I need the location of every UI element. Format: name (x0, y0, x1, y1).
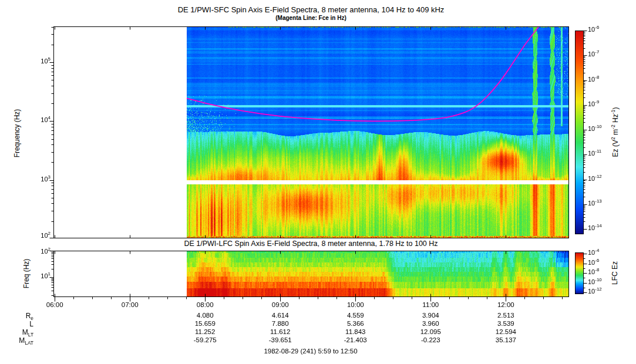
ephemeris-value: 3.904 (404, 312, 457, 319)
ephemeris-row-label: MLT (0, 328, 33, 336)
ephemeris-value: 12.594 (479, 328, 532, 335)
ephemeris-value: 3.960 (404, 320, 457, 327)
ephemeris-value: 4.559 (329, 312, 382, 319)
ephemeris-value: -21.403 (329, 336, 382, 343)
ephemeris-value: 11.612 (254, 328, 307, 335)
ephemeris-value: 35.137 (479, 336, 532, 343)
ephemeris-value: -0.223 (404, 336, 457, 343)
ephemeris-value: 4.614 (254, 312, 307, 319)
ephemeris-value: 3.539 (479, 320, 532, 327)
ephemeris-value: -39.651 (254, 336, 307, 343)
ephemeris-value: 12.095 (404, 328, 457, 335)
ephemeris-value: -59.275 (179, 336, 231, 343)
ephemeris-table: Re4.0804.6144.5593.9042.513L15.6597.8805… (0, 0, 636, 364)
ephemeris-value: 7.880 (254, 320, 307, 327)
ephemeris-value: 5.366 (329, 320, 382, 327)
footer-date: 1982-08-29 (241) 5:59 to 12:50 (223, 348, 399, 355)
ephemeris-row-label: MLAT (0, 336, 33, 345)
ephemeris-value: 11.252 (179, 328, 231, 335)
ephemeris-value: 15.659 (179, 320, 231, 327)
ephemeris-value: 4.080 (179, 312, 231, 319)
ephemeris-value: 11.843 (329, 328, 382, 335)
ephemeris-row-label: Re (0, 312, 33, 320)
ephemeris-value: 2.513 (479, 312, 532, 319)
ephemeris-row-label: L (0, 320, 33, 328)
